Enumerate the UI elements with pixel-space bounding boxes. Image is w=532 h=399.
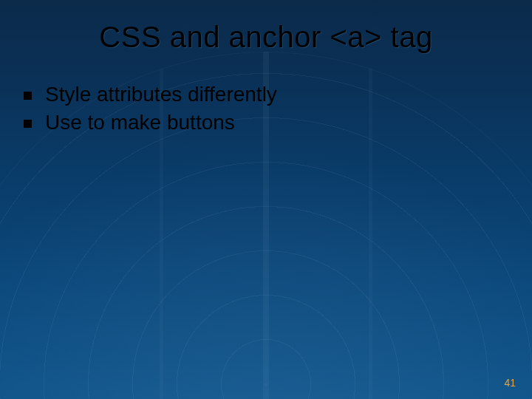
bullet-text: Style attributes differently bbox=[45, 83, 277, 106]
list-item: Use to make buttons bbox=[24, 111, 502, 134]
slide-title: CSS and anchor <a> tag bbox=[0, 21, 532, 54]
square-bullet-icon bbox=[24, 92, 32, 100]
list-item: Style attributes differently bbox=[24, 83, 502, 106]
page-number: 41 bbox=[504, 377, 516, 389]
bullet-list: Style attributes differently Use to make… bbox=[24, 83, 502, 139]
bullet-text: Use to make buttons bbox=[45, 111, 235, 134]
square-bullet-icon bbox=[24, 120, 32, 128]
